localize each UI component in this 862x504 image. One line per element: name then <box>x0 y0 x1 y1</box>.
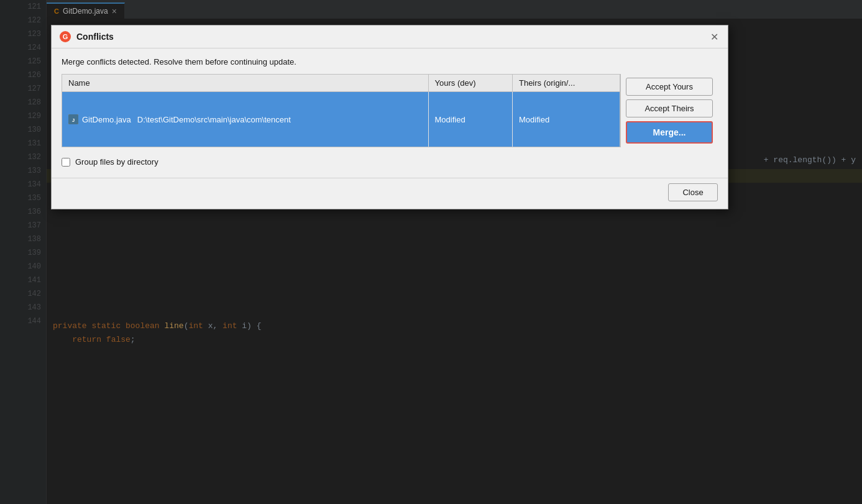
file-name: GitDemo.java <box>82 115 131 124</box>
col-header-theirs: Theirs (origin/... <box>512 75 620 92</box>
yours-status: Modified <box>428 92 512 147</box>
svg-text:G: G <box>63 33 68 40</box>
dialog-title: Conflicts <box>76 32 703 42</box>
action-button-panel: Accept Yours Accept Theirs Merge... <box>620 74 718 147</box>
conflicts-dialog: G Conflicts ✕ Merge conflicts detected. … <box>51 25 728 209</box>
merge-button[interactable]: Merge... <box>626 121 713 144</box>
file-path: D:\test\GitDemo\src\main\java\com\tencen… <box>137 115 291 124</box>
file-name-cell: J GitDemo.java D:\test\GitDemo\src\main\… <box>62 92 428 147</box>
dialog-body: Merge conflicts detected. Resolve them b… <box>52 48 728 178</box>
table-row[interactable]: J GitDemo.java D:\test\GitDemo\src\main\… <box>62 92 620 147</box>
accept-theirs-button[interactable]: Accept Theirs <box>626 99 713 117</box>
dialog-titlebar: G Conflicts ✕ <box>52 25 728 48</box>
svg-text:J: J <box>72 117 75 123</box>
dialog-message: Merge conflicts detected. Resolve them b… <box>62 57 718 66</box>
java-file-icon: J <box>68 114 78 124</box>
accept-yours-button[interactable]: Accept Yours <box>626 78 713 96</box>
close-button[interactable]: Close <box>668 183 718 201</box>
theirs-status: Modified <box>512 92 620 147</box>
dialog-footer: Close <box>52 178 728 209</box>
table-buttons-row: Name Yours (dev) Theirs (origin/... <box>62 74 718 147</box>
col-header-name: Name <box>62 75 428 92</box>
dialog-close-button[interactable]: ✕ <box>708 30 720 43</box>
git-icon: G <box>59 30 71 43</box>
conflicts-table: Name Yours (dev) Theirs (origin/... <box>62 75 620 147</box>
group-by-directory-label: Group files by directory <box>75 157 158 167</box>
col-header-yours: Yours (dev) <box>428 75 512 92</box>
group-by-directory-row: Group files by directory <box>62 155 718 169</box>
group-by-directory-checkbox[interactable] <box>62 158 70 167</box>
conflicts-table-container: Name Yours (dev) Theirs (origin/... <box>62 74 620 147</box>
